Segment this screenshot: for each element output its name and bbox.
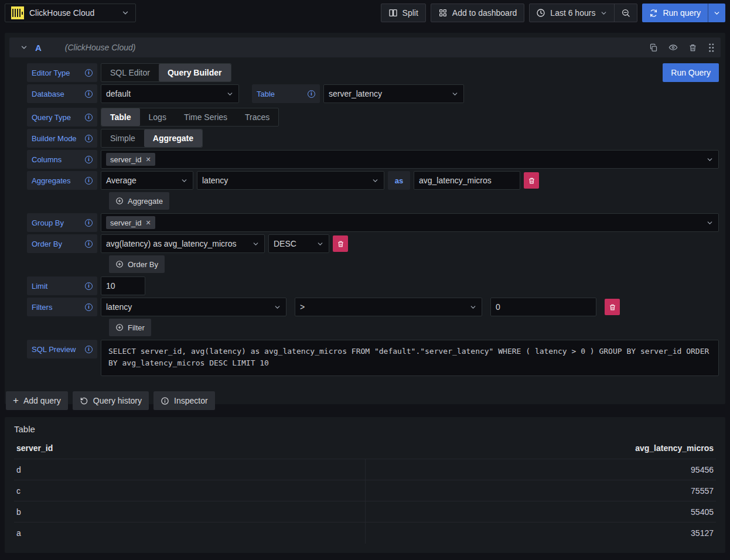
add-order-by-row: Order By [109,255,719,273]
time-range-label: Last 6 hours [550,8,595,18]
database-select[interactable]: default [101,84,239,103]
chevron-down-icon [176,177,188,185]
table-select[interactable]: server_latency [323,84,464,103]
info-circle-icon [161,397,169,405]
plus-icon: + [13,395,19,407]
datasource-picker[interactable]: ClickHouse Cloud [5,4,136,22]
info-icon[interactable]: i [85,303,93,311]
column-chip[interactable]: server_id ✕ [106,153,155,166]
remove-query-trash-icon[interactable] [688,43,697,52]
add-aggregate-button[interactable]: Aggregate [109,192,169,210]
builder-mode-option-simple[interactable]: Simple [101,129,144,147]
query-type-selector: Table Logs Time Series Traces [101,108,279,127]
aggregate-function-select[interactable]: Average [101,171,193,190]
remove-filter-button[interactable] [605,299,620,315]
filters-row: Filters i latency > [27,298,719,316]
add-filter-button[interactable]: Filter [109,319,151,336]
collapse-chevron-icon[interactable] [20,43,28,52]
chevron-down-icon [121,9,129,17]
hide-response-eye-icon[interactable] [668,43,678,52]
info-icon[interactable]: i [85,90,93,98]
chevron-down-icon [465,303,477,311]
filter-column-select[interactable]: latency [101,298,286,316]
info-icon[interactable]: i [85,346,93,353]
order-by-direction-select[interactable]: DESC [268,234,329,253]
cell-avg-latency: 75557 [365,480,716,501]
column-header-avg-latency-micros[interactable]: avg_latency_micros [365,443,716,453]
time-range-group: Last 6 hours [529,4,637,22]
query-ref-id[interactable]: A [35,43,42,53]
duplicate-query-icon[interactable] [649,43,658,52]
query-datasource-hint: (ClickHouse Cloud) [65,43,136,52]
split-button[interactable]: Split [381,4,426,22]
builder-mode-option-aggregate[interactable]: Aggregate [144,129,202,147]
group-by-row: Group By i server_id ✕ [27,213,719,232]
aggregate-column-select[interactable]: latency [197,171,384,190]
info-icon[interactable]: i [85,114,93,121]
query-type-option-table[interactable]: Table [101,108,140,126]
inspector-button[interactable]: Inspector [153,391,215,410]
run-query-button[interactable]: Run query [642,4,708,22]
info-icon[interactable]: i [85,135,93,142]
query-type-option-logs[interactable]: Logs [140,108,175,126]
chevron-down-icon [269,303,281,311]
query-type-label: Query Type i [27,108,97,127]
editor-type-row: Editor Type i SQL Editor Query Builder R… [27,63,719,82]
columns-label: Columns i [27,150,97,169]
builder-mode-selector: Simple Aggregate [101,129,203,148]
time-range-picker[interactable]: Last 6 hours [530,4,614,22]
remove-aggregate-button[interactable] [524,172,539,189]
info-icon[interactable]: i [85,177,93,185]
query-type-option-time-series[interactable]: Time Series [175,108,236,126]
filter-value-input[interactable] [490,298,596,316]
drag-handle-icon[interactable] [708,43,715,53]
result-table-header: server_id avg_latency_micros [14,443,716,459]
filter-operator-select[interactable]: > [295,298,482,316]
editor-type-option-sql-editor[interactable]: SQL Editor [101,64,159,81]
top-toolbar: ClickHouse Cloud Split Add to dashboard … [0,0,730,26]
remove-chip-icon[interactable]: ✕ [145,156,151,163]
query-type-row: Query Type i Table Logs Time Series Trac… [27,108,719,127]
order-by-field-select[interactable]: avg(latency) as avg_latency_micros [101,234,265,253]
aggregates-row: Aggregates i Average latency as [27,171,719,190]
toolbar-actions: Split Add to dashboard Last 6 hours [381,4,725,22]
group-by-multiselect[interactable]: server_id ✕ [101,213,719,232]
chevron-down-icon [446,90,459,98]
chevron-down-icon [701,219,714,227]
builder-mode-row: Builder Mode i Simple Aggregate [27,129,719,148]
add-to-dashboard-button[interactable]: Add to dashboard [431,4,525,22]
time-zoom-out-button[interactable] [614,4,637,22]
info-icon[interactable]: i [308,90,315,98]
query-row-header: A (ClickHouse Cloud) [9,37,721,57]
aggregate-alias-input[interactable] [414,171,520,190]
group-by-chip[interactable]: server_id ✕ [106,216,155,229]
split-icon [388,8,398,18]
query-type-option-traces[interactable]: Traces [236,108,278,126]
info-icon[interactable]: i [85,240,93,248]
query-history-button[interactable]: Query history [73,391,149,410]
clickhouse-logo-icon [11,6,24,19]
query-builder-form: Editor Type i SQL Editor Query Builder R… [9,57,721,376]
info-icon[interactable]: i [85,156,93,163]
column-header-server-id[interactable]: server_id [14,443,365,453]
table-row: c 75557 [14,480,716,501]
editor-type-option-query-builder[interactable]: Query Builder [159,64,231,81]
info-icon[interactable]: i [85,219,93,227]
info-icon[interactable]: i [85,69,93,77]
run-query-split-button: Run query [642,4,725,22]
remove-order-by-button[interactable] [333,235,348,252]
editor-type-label: Editor Type i [27,63,97,82]
add-query-button[interactable]: + Add query [6,391,68,410]
add-order-by-button[interactable]: Order By [109,255,165,273]
info-icon[interactable]: i [85,282,93,290]
editor-type-selector: SQL Editor Query Builder [101,63,231,82]
columns-multiselect[interactable]: server_id ✕ [101,150,719,169]
remove-chip-icon[interactable]: ✕ [145,219,151,227]
run-query-inline-button[interactable]: Run Query [663,63,719,82]
sql-preview-label: SQL Preview i [27,340,97,358]
add-aggregate-row: Aggregate [109,192,719,210]
run-query-dropdown-toggle[interactable] [708,4,725,22]
limit-input[interactable] [101,276,145,295]
table-row: b 55405 [14,501,716,523]
order-by-label: Order By i [27,234,97,253]
